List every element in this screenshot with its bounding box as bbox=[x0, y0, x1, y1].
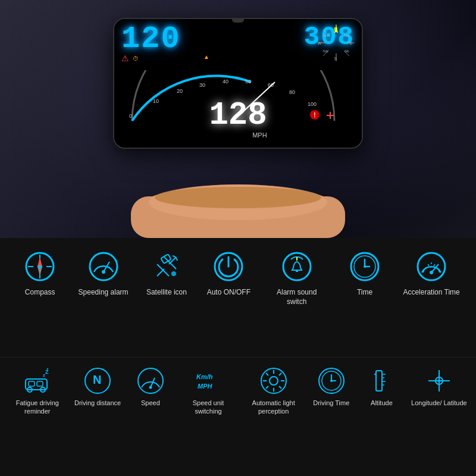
feature-speeding-alarm: Speeding alarm bbox=[79, 250, 129, 298]
compass-label: Compass bbox=[25, 288, 55, 298]
longitude-label: Longitude/ Latitude bbox=[411, 399, 467, 407]
features-section: Compass Speeding alarm bbox=[0, 238, 476, 476]
fatigue-label: Fatigue driving reminder bbox=[9, 399, 65, 416]
distance-label: Driving distance bbox=[74, 399, 121, 407]
svg-line-66 bbox=[434, 264, 435, 266]
acceleration-icon bbox=[415, 250, 448, 283]
svg-text:N: N bbox=[93, 373, 101, 386]
svg-text:50: 50 bbox=[245, 79, 251, 84]
device-notch bbox=[232, 19, 244, 23]
satellite-icon bbox=[150, 250, 183, 283]
light-icon bbox=[259, 367, 288, 395]
svg-text:S: S bbox=[334, 57, 337, 61]
feature-satellite: Satellite icon bbox=[143, 250, 190, 298]
satellite-label: Satellite icon bbox=[146, 288, 187, 298]
hud-speed-left: 120 bbox=[121, 24, 181, 55]
fatigue-icon: z Z z bbox=[23, 367, 52, 395]
svg-point-61 bbox=[364, 265, 366, 268]
feature-longitude: Longitude/ Latitude bbox=[411, 367, 467, 407]
auto-onoff-label: Auto ON/OFF bbox=[207, 288, 250, 298]
svg-text:E: E bbox=[350, 41, 353, 45]
hud-compass-svg: N NE NW SE SW E W S bbox=[315, 22, 357, 64]
hand-device-area: 120 308 bbox=[89, 12, 387, 238]
svg-point-35 bbox=[155, 187, 321, 208]
hud-screen: 120 308 bbox=[114, 19, 362, 148]
svg-point-99 bbox=[330, 380, 333, 382]
time-label: Time bbox=[357, 288, 372, 298]
alarm-sound-label: Alarm sound switch bbox=[267, 288, 327, 306]
svg-point-82 bbox=[149, 386, 152, 389]
hero-section: 120 308 bbox=[0, 0, 476, 238]
svg-point-86 bbox=[270, 377, 278, 385]
svg-text:10: 10 bbox=[153, 98, 159, 104]
speeding-alarm-label: Speeding alarm bbox=[79, 288, 129, 298]
time-icon bbox=[348, 250, 381, 283]
feature-fatigue: z Z z Fatigue driving reminder bbox=[9, 367, 65, 416]
feature-auto-onoff: Auto ON/OFF bbox=[205, 250, 252, 298]
svg-text:MPH: MPH bbox=[198, 383, 213, 390]
svg-rect-100 bbox=[376, 371, 382, 391]
longitude-icon bbox=[425, 367, 453, 395]
svg-point-69 bbox=[430, 271, 433, 274]
auto-light-label: Automatic light perception bbox=[245, 399, 302, 416]
feature-speed-unit: Km/h MPH Speed unit switching bbox=[180, 367, 237, 416]
feature-distance: N Driving distance bbox=[74, 367, 121, 407]
svg-marker-105 bbox=[374, 373, 376, 375]
svg-text:80: 80 bbox=[289, 89, 295, 95]
svg-text:0: 0 bbox=[129, 113, 132, 119]
power-icon bbox=[212, 250, 245, 283]
feature-alarm-sound: Alarm sound switch bbox=[267, 250, 327, 306]
svg-line-94 bbox=[266, 386, 268, 389]
svg-rect-72 bbox=[37, 381, 43, 386]
svg-rect-71 bbox=[29, 381, 35, 386]
svg-point-52 bbox=[171, 271, 176, 276]
hud-warn-row: ⚠ ⏱ bbox=[121, 54, 139, 63]
svg-text:100: 100 bbox=[308, 101, 317, 107]
svg-text:z: z bbox=[46, 367, 49, 371]
hud-plus-icon bbox=[325, 111, 335, 123]
feature-acceleration: Acceleration Time bbox=[403, 250, 459, 298]
features-row-2: z Z z Fatigue driving reminder N Driving… bbox=[0, 358, 476, 477]
feature-time: Time bbox=[341, 250, 389, 298]
svg-text:NE: NE bbox=[345, 33, 350, 37]
feature-driving-time: Driving Time bbox=[311, 367, 352, 407]
speed-unit-label: Speed unit switching bbox=[180, 399, 237, 416]
svg-line-92 bbox=[279, 386, 281, 389]
speed-icon bbox=[136, 367, 165, 395]
speed-unit-icon: Km/h MPH bbox=[194, 367, 223, 395]
compass-icon bbox=[23, 250, 57, 283]
svg-text:W: W bbox=[318, 41, 322, 45]
altitude-label: Altitude bbox=[371, 399, 393, 407]
svg-text:SW: SW bbox=[322, 49, 328, 53]
hud-warning-dot: ! bbox=[309, 109, 320, 123]
acceleration-label: Acceleration Time bbox=[403, 288, 459, 298]
hud-device: 120 308 bbox=[113, 18, 363, 149]
feature-auto-light: Automatic light perception bbox=[245, 367, 302, 416]
speed-label: Speed bbox=[141, 399, 160, 407]
features-row-1: Compass Speeding alarm bbox=[0, 238, 476, 358]
driving-time-icon bbox=[317, 367, 346, 395]
svg-line-91 bbox=[266, 373, 268, 375]
feature-compass: Compass bbox=[16, 250, 64, 298]
hud-top-row: 120 308 bbox=[121, 24, 355, 55]
feature-speed: Speed bbox=[130, 367, 171, 407]
driving-time-label: Driving Time bbox=[313, 399, 349, 407]
distance-icon: N bbox=[83, 367, 112, 395]
feature-altitude: Altitude bbox=[361, 367, 402, 407]
altitude-icon bbox=[367, 367, 396, 395]
hud-speed-main: 128 MPH bbox=[209, 99, 267, 139]
svg-text:40: 40 bbox=[223, 79, 228, 84]
svg-point-46 bbox=[102, 270, 105, 274]
svg-line-64 bbox=[428, 264, 429, 266]
svg-text:Km/h: Km/h bbox=[196, 373, 213, 380]
svg-text:20: 20 bbox=[177, 88, 183, 94]
svg-text:30: 30 bbox=[199, 82, 205, 88]
svg-text:NW: NW bbox=[322, 33, 328, 37]
svg-point-80 bbox=[138, 368, 163, 393]
svg-line-93 bbox=[279, 373, 281, 375]
svg-text:SE: SE bbox=[345, 49, 349, 53]
hud-warn-row2: ▲ bbox=[203, 54, 209, 60]
svg-text:!: ! bbox=[314, 112, 315, 118]
alarm-icon bbox=[280, 250, 314, 283]
speeding-alarm-icon bbox=[87, 250, 120, 283]
